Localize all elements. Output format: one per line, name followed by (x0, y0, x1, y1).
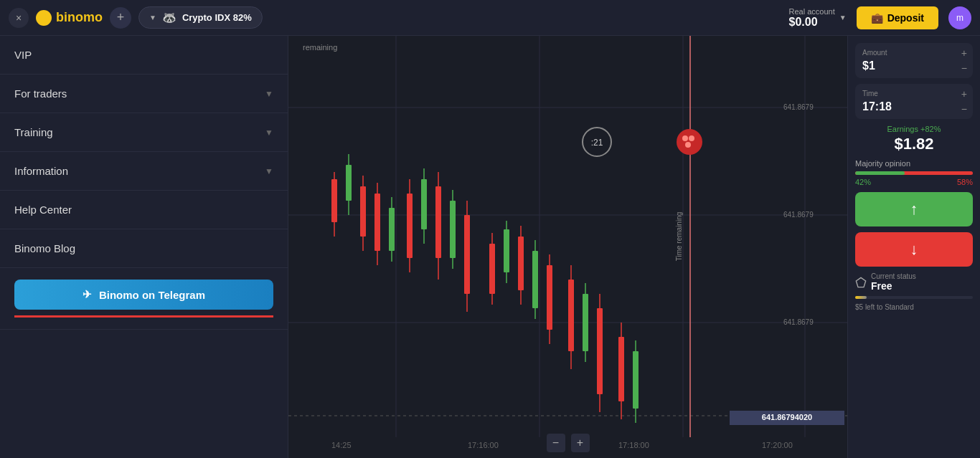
svg-point-74 (685, 142, 691, 148)
svg-rect-42 (504, 229, 509, 272)
up-button[interactable]: ↑ (855, 192, 973, 226)
topbar: × binomo + ▼ 🦝 Crypto IDX 82% Real accou… (0, 0, 980, 36)
zoom-in-button[interactable]: + (571, 434, 590, 452)
sidebar-item-binomo-blog[interactable]: Binomo Blog (0, 229, 288, 268)
status-header: Current status Free (855, 272, 973, 292)
asset-name: Crypto IDX 82% (182, 12, 252, 23)
svg-rect-24 (407, 194, 413, 258)
svg-text:641.8679: 641.8679 (783, 103, 814, 111)
deposit-icon: 💼 (871, 12, 883, 24)
chart-area: :21 Time remaining 641.8679 641.8679 641… (288, 36, 847, 458)
svg-rect-15 (360, 186, 366, 237)
account-label: Real account (789, 7, 835, 16)
status-section: Current status Free $5 left to Standard (855, 272, 973, 311)
topbar-left: × binomo + ▼ 🦝 Crypto IDX 82% (9, 6, 782, 29)
time-value: 17:18 (862, 100, 966, 113)
svg-text:remaining: remaining (303, 43, 337, 52)
chart-controls: − + (288, 428, 847, 458)
svg-rect-36 (464, 215, 470, 294)
svg-text::21: :21 (591, 138, 603, 148)
telegram-icon: ✈ (83, 288, 92, 301)
svg-rect-48 (532, 251, 538, 308)
svg-marker-86 (856, 277, 865, 287)
majority-green-pct: 42% (855, 178, 871, 186)
earnings-label: Earnings +82% (855, 125, 973, 133)
dropdown-chevron-icon: ▼ (149, 14, 156, 22)
right-panel: Amount $1 + − Time 17:18 + − Earnings +8… (847, 36, 980, 458)
svg-rect-21 (389, 208, 395, 251)
avatar[interactable]: m (948, 6, 971, 29)
svg-rect-12 (346, 165, 352, 201)
main-layout: VIP For traders ▼ Training ▼ Information… (0, 36, 980, 458)
amount-plus-button[interactable]: + (961, 47, 967, 59)
sidebar-item-for-traders[interactable]: For traders ▼ (0, 75, 288, 113)
svg-point-73 (689, 135, 694, 141)
sidebar-item-training[interactable]: Training ▼ (0, 113, 288, 152)
majority-bar (855, 171, 973, 175)
svg-text:641.8679: 641.8679 (783, 318, 814, 326)
amount-minus-button[interactable]: − (961, 62, 967, 74)
svg-rect-30 (435, 186, 441, 258)
add-tab-button[interactable]: + (110, 7, 131, 29)
deposit-button[interactable]: 💼 Deposit (857, 6, 938, 29)
svg-text:641.86794020: 641.86794020 (762, 413, 812, 421)
svg-rect-51 (547, 265, 552, 330)
svg-point-71 (677, 129, 702, 155)
account-dropdown-icon[interactable]: ▼ (839, 14, 847, 22)
svg-rect-33 (450, 201, 456, 258)
diamond-icon (855, 277, 867, 288)
time-label: Time (862, 90, 966, 97)
asset-selector[interactable]: ▼ 🦝 Crypto IDX 82% (138, 6, 263, 29)
sidebar: VIP For traders ▼ Training ▼ Information… (0, 36, 288, 458)
account-info: Real account $0.00 ▼ (789, 7, 847, 29)
svg-rect-63 (618, 337, 624, 401)
down-button[interactable]: ↓ (855, 232, 973, 267)
svg-rect-39 (489, 244, 495, 294)
telegram-section: ✈ Binomo on Telegram (0, 268, 288, 330)
chart-svg: :21 Time remaining 641.8679 641.8679 641… (288, 36, 847, 458)
svg-rect-60 (597, 308, 603, 394)
account-amount: $0.00 (789, 16, 835, 29)
svg-rect-45 (518, 237, 524, 290)
svg-text:Time remaining: Time remaining (675, 212, 683, 262)
earnings-section: Earnings +82% $1.82 (855, 125, 973, 153)
majority-bar-green (855, 171, 905, 175)
amount-label: Amount (862, 49, 966, 57)
time-plus-button[interactable]: + (961, 88, 967, 100)
chevron-down-icon: ▼ (265, 128, 273, 138)
logo-text: binomo (56, 10, 103, 25)
svg-point-72 (682, 135, 688, 141)
telegram-button[interactable]: ✈ Binomo on Telegram (14, 280, 273, 310)
sidebar-item-vip[interactable]: VIP (0, 36, 288, 75)
svg-rect-54 (568, 280, 574, 351)
majority-label: Majority opinion (855, 159, 973, 168)
zoom-out-button[interactable]: − (547, 434, 565, 452)
earnings-amount: $1.82 (855, 135, 973, 153)
red-underline (14, 315, 273, 318)
topbar-right: Real account $0.00 ▼ 💼 Deposit m (789, 6, 971, 29)
logo-icon (36, 10, 52, 26)
time-minus-button[interactable]: − (961, 103, 967, 115)
svg-text:641.8679: 641.8679 (783, 211, 814, 219)
status-progress-fill (855, 296, 867, 299)
svg-rect-18 (374, 194, 380, 251)
amount-value: $1 (862, 59, 966, 72)
svg-rect-9 (331, 179, 337, 222)
sidebar-item-information[interactable]: Information ▼ (0, 152, 288, 191)
logo: binomo (36, 10, 103, 26)
status-sub-label: $5 left to Standard (855, 303, 973, 311)
svg-rect-57 (583, 294, 588, 351)
chevron-down-icon: ▼ (265, 166, 273, 176)
down-arrow-icon: ↓ (910, 240, 918, 259)
majority-red-pct: 58% (957, 178, 973, 186)
amount-field: Amount $1 + − (855, 43, 973, 78)
chevron-down-icon: ▼ (265, 89, 273, 99)
up-arrow-icon: ↑ (910, 200, 918, 219)
sidebar-item-help-center[interactable]: Help Center (0, 191, 288, 229)
asset-emoji: 🦝 (162, 11, 176, 24)
majority-section: Majority opinion 42% 58% (855, 159, 973, 186)
majority-percents: 42% 58% (855, 178, 973, 186)
status-progress-bar (855, 296, 973, 299)
status-value: Free (871, 280, 916, 292)
close-button[interactable]: × (9, 8, 29, 28)
